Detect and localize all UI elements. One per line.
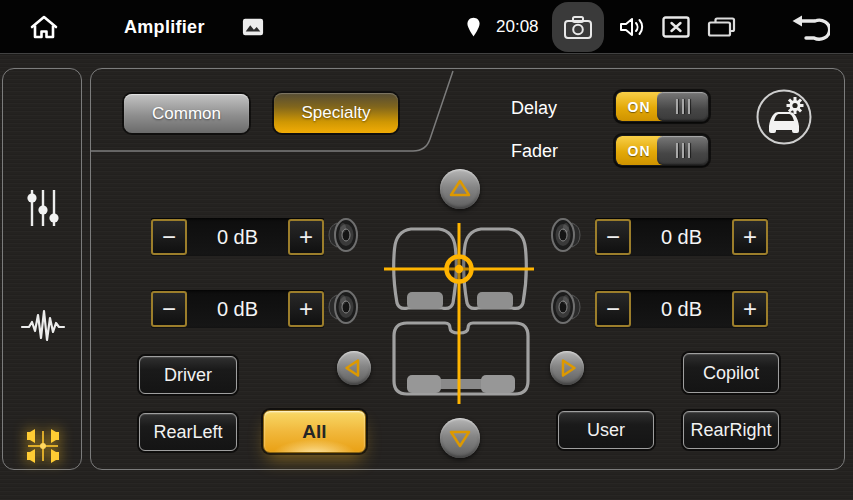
gallery-shortcut[interactable] — [242, 17, 264, 36]
front-left-volume-control: − 0 dB + — [151, 218, 324, 256]
home-button[interactable] — [28, 13, 60, 41]
content-background: Common Specialty Delay ON Fader ON — [0, 55, 853, 500]
toggle-knob — [657, 136, 708, 165]
preset-driver-button[interactable]: Driver — [139, 356, 237, 394]
front-right-volume-value: 0 dB — [631, 226, 732, 249]
top-bar: Amplifier 20:08 — [0, 0, 853, 54]
sidebar-item-equalizer[interactable] — [3, 187, 83, 229]
speaker-icon — [550, 213, 584, 257]
delay-toggle[interactable]: ON — [615, 91, 709, 122]
fader-toggle[interactable]: ON — [615, 135, 709, 166]
camera-icon — [563, 15, 593, 40]
toggle-knob — [657, 92, 708, 121]
rear-right-plus-button[interactable]: + — [732, 291, 768, 327]
fader-label: Fader — [511, 141, 611, 162]
front-right-seat-base — [477, 292, 513, 309]
preset-rearleft-button[interactable]: RearLeft — [139, 413, 237, 451]
triangle-up-icon — [440, 169, 480, 209]
front-left-seat-base — [407, 292, 443, 309]
rear-right-minus-button[interactable]: − — [595, 291, 631, 327]
location-icon — [466, 16, 481, 37]
front-right-plus-button[interactable]: + — [732, 219, 768, 255]
fader-up-button[interactable] — [440, 169, 480, 209]
preset-driver-label: Driver — [164, 365, 212, 386]
preset-rearleft-label: RearLeft — [153, 422, 222, 443]
preset-rearright-label: RearRight — [690, 420, 771, 441]
head-unit-screen: Amplifier 20:08 — [0, 0, 853, 500]
tab-common[interactable]: Common — [124, 94, 249, 133]
balance-right-button[interactable] — [550, 351, 584, 385]
rear-seat-base-pad — [481, 375, 515, 393]
close-app-button[interactable] — [662, 16, 690, 38]
volume-icon — [618, 15, 646, 39]
sidebar-item-fader-balance[interactable] — [3, 425, 83, 467]
triangle-left-icon — [337, 351, 371, 385]
volume-button[interactable] — [618, 15, 646, 39]
fader-balance-icon — [22, 425, 64, 467]
rear-left-volume-control: − 0 dB + — [151, 290, 324, 328]
front-right-volume-control: − 0 dB + — [595, 218, 768, 256]
rear-right-volume-control: − 0 dB + — [595, 290, 768, 328]
recent-apps-icon — [706, 15, 737, 39]
balance-target-dot — [455, 265, 463, 273]
rear-right-volume-value: 0 dB — [631, 298, 732, 321]
triangle-down-icon — [440, 418, 480, 458]
page-title: Amplifier — [124, 16, 205, 37]
preset-user-button[interactable]: User — [558, 411, 654, 449]
equalizer-icon — [24, 187, 62, 229]
preset-all-label: All — [302, 421, 326, 443]
delay-toggle-on-label: ON — [616, 92, 662, 121]
gps-status — [466, 16, 481, 37]
recent-apps-button[interactable] — [706, 15, 737, 39]
preset-rearright-button[interactable]: RearRight — [683, 411, 779, 449]
clock: 20:08 — [496, 17, 539, 37]
waveform-icon — [20, 307, 66, 347]
rear-left-plus-button[interactable]: + — [288, 291, 324, 327]
front-left-volume-value: 0 dB — [187, 226, 288, 249]
tab-common-label: Common — [152, 104, 221, 124]
back-icon — [788, 11, 830, 43]
car-settings-button[interactable] — [755, 88, 813, 146]
rear-left-volume-value: 0 dB — [187, 298, 288, 321]
preset-all-button[interactable]: All — [263, 410, 366, 453]
triangle-right-icon — [550, 351, 584, 385]
home-icon — [28, 13, 60, 41]
speaker-icon — [325, 213, 359, 257]
preset-copilot-label: Copilot — [703, 363, 759, 384]
preset-copilot-button[interactable]: Copilot — [683, 353, 779, 393]
amplifier-panel: Common Specialty Delay ON Fader ON — [90, 68, 845, 470]
car-settings-icon — [755, 88, 813, 146]
balance-left-button[interactable] — [337, 351, 371, 385]
tab-specialty[interactable]: Specialty — [274, 93, 398, 133]
front-left-plus-button[interactable]: + — [288, 219, 324, 255]
seat-balance-map[interactable] — [381, 213, 541, 413]
preset-user-label: User — [587, 420, 625, 441]
front-left-minus-button[interactable]: − — [151, 219, 187, 255]
fader-toggle-on-label: ON — [616, 136, 662, 165]
rear-left-minus-button[interactable]: − — [151, 291, 187, 327]
speaker-icon — [325, 285, 359, 329]
sidebar-item-sound-effect[interactable] — [3, 307, 83, 347]
screenshot-button[interactable] — [552, 2, 604, 52]
fader-down-button[interactable] — [440, 418, 480, 458]
tab-specialty-label: Specialty — [302, 103, 371, 123]
delay-label: Delay — [511, 98, 611, 119]
front-right-minus-button[interactable]: − — [595, 219, 631, 255]
close-icon — [662, 16, 690, 38]
speaker-icon — [550, 285, 584, 329]
image-icon — [242, 17, 264, 36]
sidebar — [2, 68, 82, 470]
rear-seat-base-pad — [407, 375, 441, 393]
back-button[interactable] — [788, 11, 830, 43]
